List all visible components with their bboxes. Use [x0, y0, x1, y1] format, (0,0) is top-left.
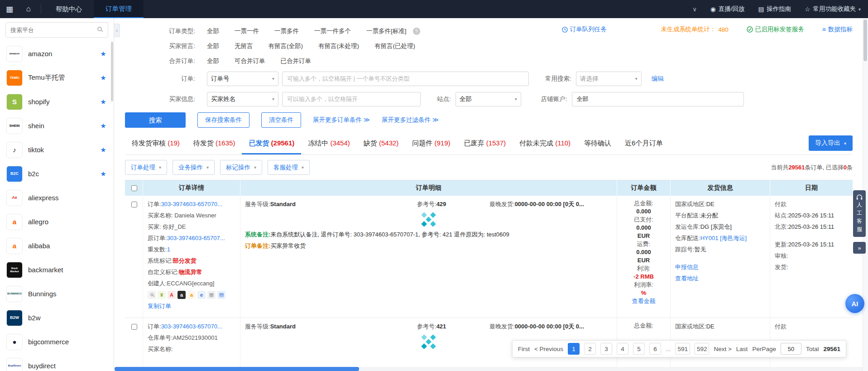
filter-option[interactable]: 一票一件多个 — [314, 27, 351, 35]
cell-link[interactable]: 303-3974603-65707... — [167, 235, 225, 241]
action-button[interactable]: 标记操作▾ — [220, 160, 262, 175]
filter-option[interactable]: 有留言(全部) — [269, 42, 303, 50]
status-tab[interactable]: 已废弃 (1537) — [457, 134, 513, 154]
platform-icon[interactable]: a — [177, 291, 186, 299]
row-checkbox[interactable] — [131, 202, 137, 207]
customer-service-widget[interactable]: 人工客服 — [853, 190, 866, 237]
filter-option[interactable]: 一票一件 — [235, 27, 259, 35]
favorite-star-icon[interactable]: ★ — [99, 50, 107, 58]
sidebar-platform-item[interactable]: B2Wb2w — [0, 306, 114, 330]
ai-assistant-button[interactable]: AI — [845, 294, 864, 313]
favorites-menu[interactable]: ☆常用功能收藏夹▾ — [805, 5, 861, 13]
filter-option[interactable]: 全部 — [207, 27, 219, 35]
page-next-button[interactable]: Next > — [714, 346, 731, 352]
page-number-button[interactable]: 1 — [568, 343, 580, 355]
page-number-button[interactable]: 592 — [695, 343, 710, 355]
help-icon[interactable]: ? — [413, 28, 420, 35]
invoice-icon[interactable]: ¥ — [158, 291, 166, 299]
filter-option[interactable]: 一票多件[标准] — [366, 27, 407, 35]
page-number-button[interactable]: 591 — [675, 343, 690, 355]
home-icon[interactable]: ⌂ — [19, 0, 38, 18]
sidebar-platform-item[interactable]: ♪tiktok★ — [0, 138, 114, 162]
sidebar-platform-item[interactable]: Aealiexpress — [0, 186, 114, 210]
status-tab[interactable]: 缺货 (5432) — [357, 134, 406, 154]
filter-option[interactable]: 全部 — [207, 42, 219, 50]
seal-icon[interactable]: A — [168, 291, 176, 299]
cell-link[interactable]: 申报信息 — [675, 264, 699, 270]
edit-common-search-link[interactable]: 编辑 — [652, 75, 664, 83]
save-search-button[interactable]: 保存搜索条件 — [197, 112, 249, 128]
data-metrics-link[interactable]: ≡ 数据指标 — [822, 25, 853, 34]
filter-option[interactable]: 已合并订单 — [281, 57, 312, 65]
amazon-tag-icon[interactable]: a — [187, 291, 196, 299]
status-tab[interactable]: 付款未完成 (110) — [513, 134, 577, 154]
sidebar-platform-item[interactable]: aalibaba — [0, 234, 114, 258]
sidebar-platform-item[interactable]: TEMUTemu半托管★ — [0, 66, 114, 90]
cell-link[interactable]: HY001 [海邑海运] — [700, 235, 747, 241]
more-menu-chevron-icon[interactable]: ∨ — [692, 5, 697, 13]
status-tab[interactable]: 已发货 (29561) — [242, 134, 301, 154]
page-number-button[interactable]: 5 — [633, 343, 645, 355]
page-first-button[interactable]: First — [518, 346, 530, 352]
order-queue-tasks-link[interactable]: 订单队列任务 — [562, 25, 607, 34]
order-number-type-select[interactable]: 订单号▾ — [207, 72, 278, 86]
action-button[interactable]: 业务操作▾ — [173, 160, 215, 175]
view-detail-icon[interactable] — [148, 291, 156, 299]
sidebar-platform-item[interactable]: aallegro — [0, 210, 114, 234]
sidebar-platform-item[interactable]: Back Marketbackmarket — [0, 258, 114, 282]
search-button[interactable]: 搜索 — [125, 112, 186, 128]
filter-option[interactable]: 可合并订单 — [235, 57, 265, 65]
sidebar-platform-item[interactable]: B2Cb2c★ — [0, 162, 114, 186]
page-last-button[interactable]: Last — [736, 346, 748, 352]
row-checkbox[interactable] — [131, 324, 137, 330]
note-icon[interactable]: ▤ — [217, 291, 225, 299]
status-tab[interactable]: 问题件 (919) — [405, 134, 457, 154]
favorite-star-icon[interactable]: ★ — [99, 98, 107, 106]
page-number-button[interactable]: 4 — [617, 343, 628, 355]
buyer-name-input[interactable] — [282, 92, 421, 106]
buyer-field-select[interactable]: 买家姓名▾ — [207, 92, 278, 106]
favorite-star-icon[interactable]: ★ — [99, 170, 107, 178]
page-number-button[interactable]: 2 — [584, 343, 596, 355]
status-tab[interactable]: 等待确认 — [577, 134, 618, 154]
platform-search-input[interactable] — [5, 22, 108, 38]
action-button[interactable]: 客服处理▾ — [268, 160, 310, 175]
sidebar-scrollbar-thumb[interactable] — [111, 42, 113, 101]
status-tab[interactable]: 待发货审核 (19) — [125, 134, 187, 154]
sidebar-platform-item[interactable]: amazonamazon★ — [0, 42, 114, 66]
horizontal-scrollbar[interactable] — [115, 367, 863, 371]
status-tab[interactable]: 待发货 (1635) — [187, 134, 242, 154]
select-all-checkbox[interactable] — [131, 185, 137, 191]
sidebar-platform-item[interactable]: ●bigcommerce — [0, 330, 114, 354]
order-number-input[interactable] — [282, 72, 529, 86]
modules-icon[interactable]: ▦ — [207, 291, 216, 299]
shop-account-input[interactable] — [572, 92, 744, 106]
more-filter-conditions-link[interactable]: 展开更多过滤条件 ≫ — [382, 116, 439, 124]
status-tab[interactable]: 近6个月订单 — [618, 134, 669, 154]
filter-option[interactable]: 无留言 — [235, 42, 253, 50]
sidebar-scrollbar[interactable] — [110, 42, 114, 371]
operation-guide-link[interactable]: ▤操作指南 — [758, 5, 791, 13]
horizontal-scrollbar-thumb[interactable] — [115, 367, 359, 371]
favorite-star-icon[interactable]: ★ — [99, 122, 107, 130]
panel-expand-button[interactable]: » — [853, 242, 866, 254]
cell-link[interactable]: 查看地址 — [675, 275, 699, 282]
import-export-button[interactable]: 导入导出▾ — [809, 135, 853, 151]
sidebar-platform-item[interactable]: BUNNINGSBunnings — [0, 282, 114, 306]
sidebar-platform-item[interactable]: Sshopify★ — [0, 90, 114, 114]
favorite-star-icon[interactable]: ★ — [99, 146, 107, 154]
sidebar-platform-item[interactable]: SHEINshein★ — [0, 114, 114, 138]
live-replay-link[interactable]: ◉直播/回放 — [710, 5, 745, 13]
sidebar-platform-item[interactable]: BuyDirectbuydirect — [0, 354, 114, 371]
main-scrollbar-thumb[interactable] — [863, 19, 867, 61]
filter-option[interactable]: 有留言(未处理) — [318, 42, 359, 50]
page-number-button[interactable]: 3 — [600, 343, 612, 355]
cell-link[interactable]: 查看金额 — [632, 298, 656, 304]
filter-option[interactable]: 有留言(已处理) — [374, 42, 415, 50]
cell-link[interactable]: 303-3974603-657070... — [161, 323, 222, 330]
status-tab[interactable]: 冻结中 (3454) — [301, 134, 357, 154]
clear-conditions-button[interactable]: 清空条件 — [261, 112, 301, 128]
page-prev-button[interactable]: < Previous — [534, 346, 563, 352]
favorite-star-icon[interactable]: ★ — [99, 74, 107, 82]
perpage-input[interactable] — [781, 343, 801, 355]
